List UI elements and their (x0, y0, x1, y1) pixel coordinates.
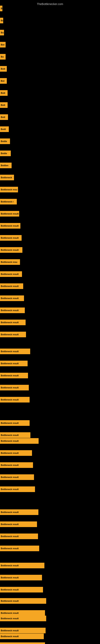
bar-label: Bottleneck result (1, 434, 19, 436)
bar-label: Bottleneck result (1, 273, 19, 275)
bar-item: Bottleneck result (0, 462, 33, 468)
bar-item: Bottleneck result (0, 385, 29, 390)
bar-label: Bottleneck result (1, 612, 19, 614)
bar-label: Bottleneck r (1, 200, 14, 203)
bar-label: Bottleneck result (1, 321, 19, 324)
bar-item: Bottleneck result (0, 575, 42, 580)
bar-item: Bo (0, 18, 3, 23)
bar-label: Bottleneck result (1, 535, 19, 538)
bar-label: Bottleneck result (1, 564, 19, 567)
bar-item: Bottleneck result (0, 486, 35, 492)
bar-label: Bottleneck result (1, 488, 19, 490)
bar-label: Bottleneck result (1, 440, 19, 442)
bar-item: B (0, 6, 2, 11)
bar-label: Bottleneck result (1, 398, 19, 401)
bar-item: Bottleneck result (0, 283, 23, 289)
bar-item: Bottleneck result (0, 420, 30, 426)
bar-item: Bott (0, 90, 8, 96)
bar-label: Bott (1, 68, 5, 70)
bar-item: Bottleneck result (0, 320, 26, 325)
bar-label: Bo (1, 19, 3, 22)
bar-item: Bottleneck result (0, 642, 45, 644)
bar-label: Bo (1, 32, 4, 34)
bar-item: Bottleneck result (0, 587, 43, 592)
bar-item: Bottleneck resu (0, 187, 18, 192)
bar-item: Bottleneck result (0, 628, 46, 633)
bar-item: Bottleneck result (0, 509, 38, 515)
bar-label: Bottleneck result (1, 576, 19, 579)
bar-label: Bott (1, 92, 5, 94)
bar-label: Bottleneck result (1, 629, 19, 632)
bar-label: Bottleneck result (1, 452, 19, 454)
bar-label: Bottleneck result (1, 547, 19, 550)
bar-label: Bottleneck (1, 176, 12, 179)
bar-label: Bottleneck result (1, 386, 19, 389)
bar-label: Bottleneck result (1, 422, 19, 424)
bar-item: Bottleneck result (0, 522, 37, 527)
bar-item: Bottleneck resu (0, 259, 20, 265)
bar-item: Bottleneck result (0, 616, 46, 621)
bar-label: Bottlen (1, 164, 8, 167)
bar-label: Bot (1, 80, 4, 82)
bar-label: Bottleneck result (1, 600, 19, 602)
bar-item: Bottleneck result (0, 474, 34, 480)
bar-item: Bottleneck result (0, 296, 24, 301)
bar-label: Bottleneck result (1, 511, 19, 514)
bar-label: Bo (1, 56, 4, 58)
bar-item: Bottleneck result (0, 634, 44, 639)
bar-label: Bottleneck result (1, 309, 19, 312)
bar-item: Bott (0, 102, 8, 108)
bar-item: Bottleneck r (0, 199, 17, 204)
bar-item: Bottleneck result (0, 223, 20, 228)
bar-label: Bottleneck result (1, 476, 19, 478)
bar-label: Bottl (1, 128, 6, 130)
bar-item: Bottleneck result (0, 247, 22, 253)
bar-item: Bottleneck result (0, 450, 32, 456)
bar-item: Bottleneck (0, 175, 14, 180)
bar-label: B (1, 7, 2, 10)
bar-label: Bottleneck result (1, 635, 19, 638)
bar-label: Bottleneck result (1, 224, 19, 227)
bar-item: Bo (0, 30, 4, 36)
bar-item: Bo (0, 54, 6, 60)
bar-item: Bot (0, 78, 7, 84)
bar-item: Bott (0, 66, 7, 72)
bar-item: Bottleneck result (0, 598, 46, 604)
bar-label: Bottleneck result (1, 333, 19, 336)
bar-label: Bottleneck result (1, 464, 19, 466)
bar-label: Bott (1, 104, 5, 106)
bar-item: Bottle (0, 138, 10, 144)
bar-label: Bottleneck result (1, 249, 19, 251)
bar-item: Bottleneck result (0, 534, 38, 539)
bar-item: Bottleneck result (0, 563, 44, 568)
bar-item: Bottleneck result (0, 271, 22, 277)
bar-item: Bottleneck result (0, 546, 39, 551)
bar-item: Bottleneck result (0, 438, 39, 444)
site-title: TheBottlenecker.com (0, 1, 100, 6)
bar-item: Bottleneck result (0, 361, 28, 366)
bar-item: Bottleneck result (0, 610, 45, 616)
bar-item: Bottleneck result (0, 432, 30, 438)
bar-label: Bottleneck result (1, 212, 19, 215)
bar-item: Bottleneck result (0, 332, 26, 337)
bar-item: Bottleneck result (0, 235, 22, 241)
bar-label: Bot (1, 44, 4, 46)
bar-item: Bott (0, 114, 8, 120)
bar-label: Bottle (1, 140, 7, 142)
bar-item: Bot (0, 42, 6, 48)
bar-label: Bottleneck result (1, 374, 19, 377)
bar-label: Bottleneck result (1, 285, 19, 288)
bar-label: Bottleneck result (1, 588, 19, 591)
bar-item: Bottlen (0, 162, 12, 168)
bar-label: Bottleneck result (1, 523, 19, 526)
bar-label: Bottleneck result (1, 617, 19, 620)
bar-item: Bottleneck result (0, 348, 30, 354)
bar-label: Bottleneck result (1, 350, 19, 352)
bar-label: Bott (1, 116, 5, 118)
bar-label: Bottleneck resu (1, 261, 17, 263)
bar-label: Bottle (1, 152, 7, 154)
bar-label: Bottleneck result (1, 237, 19, 239)
bar-item: Bottleneck result (0, 308, 25, 313)
bar-label: Bottleneck result (1, 297, 19, 300)
bar-item: Bottleneck result (0, 211, 19, 216)
